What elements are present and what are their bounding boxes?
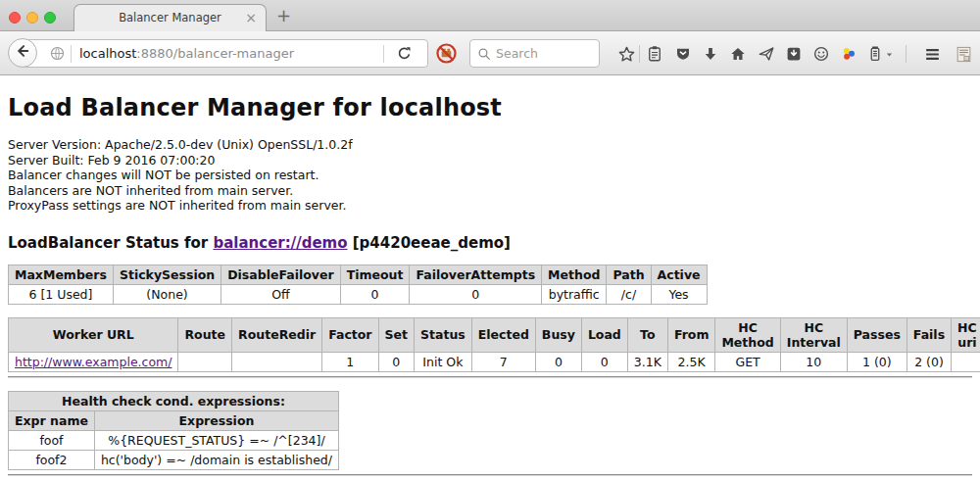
table-cell: Init Ok	[415, 352, 472, 371]
tab-close-icon[interactable]: ×	[245, 5, 257, 31]
url-divider	[71, 45, 72, 63]
column-header: Expr name	[9, 410, 95, 430]
page-title: Load Balancer Manager for localhost	[8, 75, 972, 121]
column-header: Busy	[535, 317, 581, 352]
table-cell: %{REQUEST_STATUS} =~ /^[234]/	[94, 430, 338, 450]
table-cell: 10	[780, 352, 847, 371]
tab-title: Balancer Manager	[74, 5, 266, 31]
column-header: Worker URL	[9, 317, 178, 352]
table-cell	[178, 352, 232, 371]
worker-status-table: Worker URLRouteRouteRedirFactorSetStatus…	[8, 317, 980, 372]
table-cell: foof	[9, 430, 95, 450]
url-bar[interactable]: localhost:8880/balancer-manager	[23, 39, 428, 68]
table-cell: 0	[378, 352, 414, 371]
search-bar[interactable]	[469, 39, 600, 68]
page-preview-icon[interactable]	[954, 44, 973, 64]
plugin-blocked-icon[interactable]	[435, 42, 458, 69]
worker-url-link[interactable]: http://www.example.com/	[15, 355, 172, 369]
toolbar-divider	[906, 45, 906, 63]
column-header: To	[627, 317, 667, 352]
column-header: Set	[378, 317, 414, 352]
search-input[interactable]	[496, 41, 594, 66]
persist-warning-line: Balancer changes will NOT be persisted o…	[8, 168, 972, 183]
section-divider	[8, 376, 972, 378]
reload-divider	[383, 45, 384, 63]
url-domain: localhost	[79, 46, 136, 61]
table-row: foof%{REQUEST_STATUS} =~ /^[234]/	[9, 430, 339, 450]
server-built-line: Server Built: Feb 9 2016 07:00:20	[8, 153, 972, 168]
column-header: Path	[607, 265, 651, 284]
table-cell: /c/	[607, 284, 651, 304]
column-header: MaxMembers	[9, 265, 114, 284]
navigation-toolbar: localhost:8880/balancer-manager	[0, 31, 980, 75]
window-close-button[interactable]	[9, 12, 21, 24]
download-arrow-icon[interactable]	[701, 44, 720, 64]
menu-hamburger-icon[interactable]	[922, 44, 942, 64]
column-header: HC Method	[715, 317, 780, 352]
smiley-icon[interactable]	[811, 44, 831, 64]
reload-button[interactable]	[395, 44, 414, 67]
column-header: HC uri	[952, 317, 980, 352]
page-content: Load Balancer Manager for localhost Serv…	[0, 75, 980, 476]
table-cell: GET	[715, 352, 780, 371]
column-header: FailoverAttempts	[410, 265, 542, 284]
color-dots-icon[interactable]	[839, 44, 858, 64]
table-cell: 0	[581, 352, 627, 371]
pocket-icon[interactable]	[673, 44, 693, 64]
caret-down-icon[interactable]	[883, 44, 895, 64]
column-header: Expression	[94, 410, 338, 430]
battery-icon[interactable]	[865, 44, 885, 64]
column-header: HC Interval	[780, 317, 847, 352]
column-header: Timeout	[340, 265, 410, 284]
column-header: Method	[542, 265, 607, 284]
table-cell: Yes	[651, 284, 707, 304]
url-text[interactable]: localhost:8880/balancer-manager	[79, 40, 294, 67]
column-header: Elected	[471, 317, 535, 352]
column-header: DisableFailover	[221, 265, 340, 284]
table-row: foof2hc('body') =~ /domain is establishe…	[9, 450, 339, 469]
back-button[interactable]	[8, 38, 37, 68]
column-header: RouteRedir	[232, 317, 322, 352]
column-header: Passes	[847, 317, 906, 352]
column-header: Fails	[906, 317, 951, 352]
balancer-demo-link[interactable]: balancer://demo	[213, 234, 347, 252]
table-row: 6 [1 Used](None)Off00bytraffic/c/Yes	[9, 284, 708, 304]
table-cell: 1 (0)	[847, 352, 906, 371]
home-icon[interactable]	[728, 44, 748, 64]
balancer-status-table: MaxMembersStickySessionDisableFailoverTi…	[8, 265, 708, 305]
table-cell: 0	[410, 284, 542, 304]
table-cell: 6 [1 Used]	[9, 284, 114, 304]
clipboard-icon[interactable]	[645, 44, 664, 64]
table-cell: 1	[322, 352, 378, 371]
column-header: StickySession	[113, 265, 220, 284]
table-cell: http://www.example.com/	[9, 352, 178, 371]
table-cell: 2 (0)	[906, 352, 951, 371]
table-cell: foof2	[9, 450, 95, 469]
back-arrow-icon	[14, 42, 31, 64]
table-cell: 0	[535, 352, 581, 371]
square-download-icon[interactable]	[784, 44, 804, 64]
bottom-divider	[8, 474, 972, 476]
send-plane-icon[interactable]	[757, 44, 776, 64]
column-header: Factor	[322, 317, 378, 352]
bookmark-star-icon[interactable]	[616, 44, 636, 64]
table-cell: Off	[221, 284, 340, 304]
window-minimize-button[interactable]	[26, 12, 38, 24]
search-icon	[476, 46, 492, 66]
new-tab-button[interactable]: +	[276, 2, 291, 29]
column-header: Route	[178, 317, 232, 352]
table-caption: Health check cond. expressions:	[9, 391, 339, 410]
globe-icon[interactable]	[49, 45, 66, 66]
tab-bar: Balancer Manager × +	[0, 0, 980, 31]
url-path: :8880/balancer-manager	[136, 46, 294, 61]
table-cell: 3.1K	[627, 352, 667, 371]
table-cell: (None)	[113, 284, 220, 304]
proxypass-inherit-line: ProxyPass settings are NOT inherited fro…	[8, 198, 972, 214]
table-cell: 7	[471, 352, 535, 371]
toolbar-divider	[639, 45, 640, 63]
loadbalancer-status-heading: LoadBalancer Status for balancer://demo …	[8, 234, 972, 252]
window-zoom-button[interactable]	[44, 12, 56, 24]
column-header: Active	[651, 265, 707, 284]
table-cell	[952, 352, 980, 371]
tab-balancer-manager[interactable]: Balancer Manager ×	[74, 4, 267, 31]
